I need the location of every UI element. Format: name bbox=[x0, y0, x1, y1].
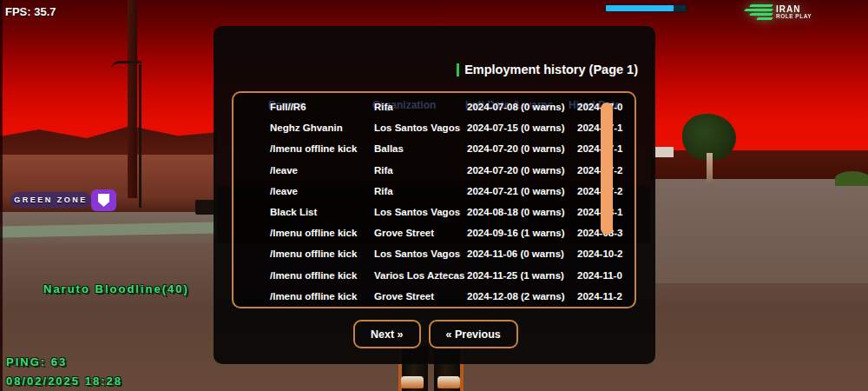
fps-counter: FPS: 35.7 bbox=[5, 5, 56, 18]
cell-organization: Varios Los Aztecas bbox=[374, 270, 464, 281]
dialog-title: Employment history (Page 1) bbox=[457, 63, 638, 76]
table-row[interactable]: Black ListLos Santos Vagos2024-08-18 (0 … bbox=[233, 202, 635, 222]
cell-reason: /lmenu offline kick bbox=[270, 228, 357, 238]
cell-left_date: 2024-07-20 (0 warns) bbox=[467, 143, 565, 154]
cell-reason: /lmenu offline kick bbox=[270, 270, 357, 281]
title-accent-bar bbox=[457, 63, 459, 76]
table-scrollbar-thumb[interactable] bbox=[601, 103, 613, 235]
table-row[interactable]: /leaveRifa2024-07-20 (0 warns)2024-07-2 bbox=[233, 160, 635, 181]
table-row[interactable]: /lmenu offline kickLos Santos Vagos2024-… bbox=[233, 243, 635, 264]
cell-organization: Los Santos Vagos bbox=[374, 249, 460, 259]
street-lamp-pole bbox=[139, 64, 141, 208]
cell-left_date: 2024-08-18 (0 warns) bbox=[467, 207, 565, 217]
cell-reason: /leave bbox=[270, 186, 298, 196]
cell-organization: Rifa bbox=[374, 165, 393, 176]
cell-left_date: 2024-07-21 (0 warns) bbox=[467, 186, 565, 196]
table-row[interactable]: /lmenu offline kickBallas2024-07-20 (0 w… bbox=[233, 138, 635, 159]
dialog-title-text: Employment history (Page 1) bbox=[464, 63, 638, 76]
previous-page-button[interactable]: « Previous bbox=[429, 320, 518, 348]
cell-reason: /lmenu offline kick bbox=[270, 143, 357, 154]
logo-stripes-icon bbox=[745, 4, 773, 20]
datetime-text: 08/02/2025 18:28 bbox=[6, 374, 122, 388]
cell-left_date: 2024-11-25 (1 warns) bbox=[467, 270, 564, 281]
zone-owner-text: Naruto Bloodline(40) bbox=[43, 282, 189, 295]
zone-badge-label: GREEN ZONE bbox=[14, 196, 88, 204]
dialog-buttons: Next » « Previous bbox=[353, 320, 518, 348]
ping-counter: PING: 63 bbox=[6, 355, 67, 368]
cell-left_date: 2024-12-08 (2 warns) bbox=[467, 291, 565, 302]
cell-reason: Black List bbox=[270, 207, 317, 217]
cell-organization: Ballas bbox=[374, 143, 404, 154]
cell-organization: Rifa bbox=[374, 102, 393, 112]
table-row[interactable]: /lmenu offline kickGrove Street2024-12-0… bbox=[233, 286, 635, 307]
employment-history-dialog: Employment history (Page 1) Reason Organ… bbox=[214, 26, 655, 364]
cell-left_date: 2024-07-08 (0 warns) bbox=[467, 102, 565, 112]
progress-bar-fill bbox=[606, 5, 674, 11]
cell-left_date: 2024-09-16 (1 warns) bbox=[467, 228, 565, 238]
table-row[interactable]: Full//R6Rifa2024-07-08 (0 warns)2024-07-… bbox=[233, 96, 635, 117]
cell-left_date: 2024-07-15 (0 warns) bbox=[467, 123, 565, 133]
cell-hired_date: 2024-11-2 bbox=[577, 291, 622, 302]
street-lamp-arm bbox=[111, 61, 141, 70]
cell-left_date: 2024-07-20 (0 warns) bbox=[467, 165, 565, 176]
cell-hired_date: 2024-11-0 bbox=[577, 270, 622, 281]
cell-organization: Rifa bbox=[374, 186, 393, 196]
table-row[interactable]: Neghz GhvaninLos Santos Vagos2024-07-15 … bbox=[233, 117, 635, 138]
tree-trunk bbox=[707, 153, 713, 182]
table-row[interactable]: /leaveRifa2024-07-21 (0 warns)2024-07-2 bbox=[233, 181, 635, 202]
cell-reason: /lmenu offline kick bbox=[270, 291, 357, 302]
screen-edge-strip bbox=[0, 0, 3, 391]
table-row[interactable]: /lmenu offline kickVarios Los Aztecas202… bbox=[233, 265, 635, 286]
zone-badge: GREEN ZONE bbox=[10, 192, 91, 208]
palm-trunk bbox=[128, 0, 137, 198]
trash-bin bbox=[195, 200, 214, 215]
shield-icon bbox=[98, 194, 109, 207]
zone-shield-button bbox=[91, 189, 116, 211]
cell-organization: Los Santos Vagos bbox=[374, 123, 460, 133]
cell-reason: Full//R6 bbox=[270, 102, 306, 112]
cell-organization: Grove Street bbox=[374, 228, 434, 238]
cell-reason: Neghz Ghvanin bbox=[270, 123, 343, 133]
game-viewport: FPS: 35.7 IRAN ROLE PLAY GREEN ZONE Naru… bbox=[0, 0, 868, 391]
cell-hired_date: 2024-10-2 bbox=[577, 249, 622, 259]
cell-reason: /lmenu offline kick bbox=[270, 249, 357, 259]
bush bbox=[835, 171, 868, 186]
cell-organization: Grove Street bbox=[374, 291, 434, 302]
cell-organization: Los Santos Vagos bbox=[374, 207, 460, 217]
dirt-ground-right bbox=[651, 179, 868, 283]
table-rows: Full//R6Rifa2024-07-08 (0 warns)2024-07-… bbox=[233, 96, 635, 307]
building-fragment bbox=[653, 147, 674, 157]
server-logo: IRAN ROLE PLAY bbox=[745, 4, 812, 20]
cell-left_date: 2024-11-06 (0 warns) bbox=[467, 249, 564, 259]
health-progress-bar bbox=[605, 4, 687, 12]
cell-reason: /leave bbox=[270, 165, 298, 176]
table-row[interactable]: /lmenu offline kickGrove Street2024-09-1… bbox=[233, 222, 635, 243]
player-shoe-left bbox=[401, 376, 424, 388]
player-shoe-right bbox=[437, 376, 460, 388]
next-page-button[interactable]: Next » bbox=[353, 320, 421, 348]
employment-table: Full//R6Rifa2024-07-08 (0 warns)2024-07-… bbox=[232, 91, 636, 308]
logo-subtitle: ROLE PLAY bbox=[776, 14, 812, 20]
